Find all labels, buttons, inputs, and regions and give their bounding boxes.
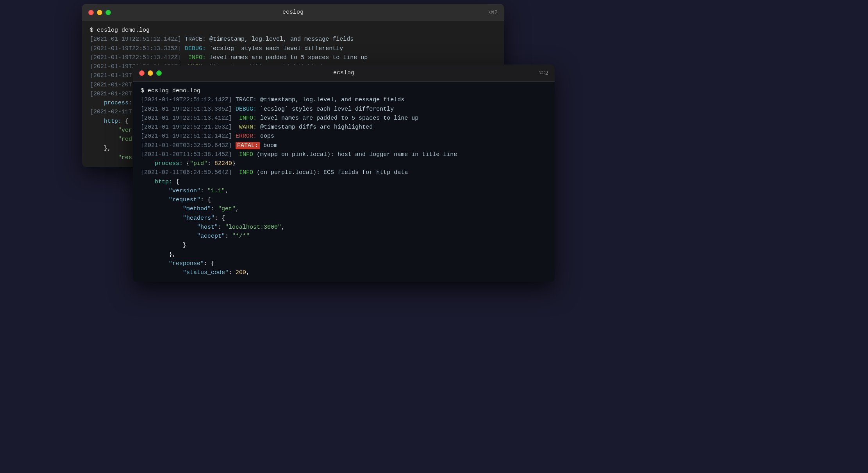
log-line: [2021-01-19T22:51:12.142Z] ERROR: oops [141,132,547,141]
log-message: `ecslog` styles each level differently [206,45,343,52]
log-line: process: {"pid": 82240} [141,159,547,168]
level-debug: DEBUG: [185,45,206,52]
level-trace: TRACE: [236,97,257,103]
string-key: "red [118,136,132,143]
json-number: 200 [236,269,246,276]
json-key: "host" [197,224,218,231]
timestamp: [2021-01-19T [90,72,132,79]
log-line: [2021-01-19T22:51:13.335Z] DEBUG: `ecslo… [141,105,547,114]
log-line: [2021-01-19T22:51:13.335Z] DEBUG: `ecslo… [90,44,496,53]
log-message: boom [260,142,277,149]
log-line: "response": { [141,259,547,268]
json-value: "*/*" [232,233,250,240]
title-bar-bg: ecslog ⌥⌘2 [82,4,504,21]
timestamp: [2021-01-19T22:52:21.253Z] [141,124,232,131]
minimize-button-bg[interactable] [97,10,102,15]
json-key: "request" [169,197,200,203]
log-message: (myapp on pink.local): host and logger n… [253,151,457,158]
bracket: { [221,215,225,222]
log-line: http: { [141,177,547,186]
log-line: [2021-01-19T22:51:13.412Z] INFO: level n… [141,114,547,123]
json-key: "headers" [183,215,214,222]
timestamp: [2021-02-11T06:24:50.564Z] [141,169,232,176]
colon: : [204,260,207,267]
json-key: "response" [169,260,204,267]
log-line: [2021-01-19T22:51:12.142Z] TRACE: @times… [90,35,496,44]
timestamp: [2021-01-19T22:51:12.142Z] [90,36,181,43]
minimize-button-fg[interactable] [148,70,153,76]
log-line: "headers": { [141,214,547,223]
bracket: { [211,260,214,267]
terminal-window-foreground[interactable]: ecslog ⌥⌘2 $ ecslog demo.log [2021-01-19… [133,64,555,282]
prompt-text: $ ecslog demo.log [141,88,200,94]
timestamp: [2021-01-19T22:51:12.142Z] [141,97,232,103]
level-debug: DEBUG: [236,106,257,113]
level-info: INFO [239,169,253,176]
json-key: "version" [169,188,200,194]
log-line: $ ecslog demo.log [90,26,496,35]
log-line: "status_code": 200, [141,268,547,277]
timestamp: [2021-01-20T03:32:59.643Z] [141,142,232,149]
close-button-bg[interactable] [88,10,94,15]
colon: : [211,206,214,212]
log-message: level names are padded to 5 spaces to li… [206,54,368,61]
string-pid: "pid" [190,160,207,167]
colon: : [229,269,232,276]
log-message: @timestamp, log.level, and message field… [257,97,404,103]
level-fatal: FATAL: [236,142,260,149]
log-message: level names are padded to 5 spaces to li… [257,115,418,122]
log-message: oops [257,133,274,140]
log-line: [2021-02-11T06:24:50.564Z] INFO (on purp… [141,168,547,177]
colon: : [225,233,229,240]
timestamp: [2021-01-19T22:51:13.335Z] [90,45,181,52]
json-key: "method" [183,206,211,212]
timestamp: [2021-01-19T22:51:13.412Z] [141,115,232,122]
traffic-lights-fg [139,70,162,76]
comma: , [236,206,239,212]
bracket: { [186,160,190,167]
timestamp: [2021-01-20T [90,82,132,88]
comma: , [281,224,285,231]
shortcut-bg: ⌥⌘2 [488,9,498,16]
key-http: http: [155,179,172,185]
log-line: "host": "localhost:3000", [141,223,547,232]
log-line: } [141,241,547,250]
colon: : [214,215,218,222]
log-line: $ ecslog demo.log [141,86,547,95]
log-line: "accept": "*/*" [141,232,547,241]
colon: : [218,224,221,231]
level-info: INFO [239,151,253,158]
log-line: "request": { [141,195,547,204]
json-key: "accept" [197,233,225,240]
maximize-button-fg[interactable] [156,70,162,76]
log-message: @timestamp diffs are highlighted [257,124,373,131]
window-title-fg: ecslog [333,70,354,76]
log-message: @timestamp, log.level, and message field… [206,36,354,43]
timestamp: [2021-01-19T22:51:13.412Z] [90,54,181,61]
log-line: [2021-01-19T22:52:21.253Z] WARN: @timest… [141,123,547,132]
level-error: ERROR: [236,133,257,140]
bracket: }, [169,251,176,258]
terminal-body-fg: $ ecslog demo.log [2021-01-19T22:51:12.1… [133,82,555,282]
timestamp: [2021-01-20T [90,91,132,97]
shortcut-fg: ⌥⌘2 [539,70,548,76]
json-key: "status_code" [183,269,229,276]
level-info: INFO: [188,54,206,61]
timestamp: [2021-01-19T22:51:13.335Z] [141,106,232,113]
timestamp: [2021-01-19T22:51:12.142Z] [141,133,232,140]
bracket: { [125,118,129,125]
log-line: [2021-01-19T22:51:13.412Z] INFO: level n… [90,53,496,62]
timestamp: [2021-01-20T11:53:38.145Z] [141,151,232,158]
colon: : [207,160,211,167]
json-value: "1.1" [207,188,225,194]
maximize-button-bg[interactable] [105,10,111,15]
bracket: { [207,197,211,203]
string-key: "res [118,154,132,161]
log-message: `ecslog` styles each level differently [257,106,394,113]
colon: : [200,197,204,203]
level-warn: WARN: [239,124,257,131]
title-bar-fg: ecslog ⌥⌘2 [133,64,555,82]
log-line: [2021-01-19T22:51:12.142Z] TRACE: @times… [141,95,547,104]
key-process: process: [104,100,132,106]
close-button-fg[interactable] [139,70,145,76]
